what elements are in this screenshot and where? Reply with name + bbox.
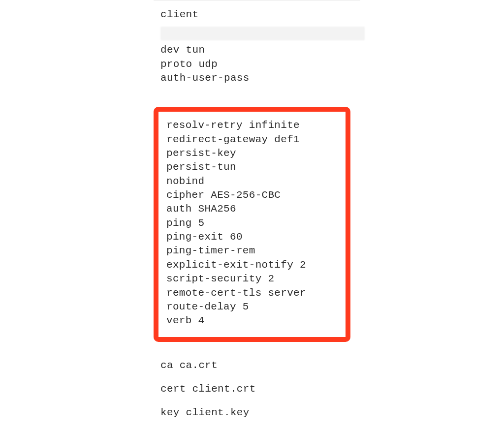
config-line-explicit-exit-notify: explicit-exit-notify 2 <box>166 258 338 272</box>
spacer <box>154 85 429 107</box>
config-line-cert: cert client.crt <box>160 382 429 396</box>
config-line-nobind: nobind <box>166 175 338 188</box>
config-line-script-security: script-security 2 <box>166 272 338 286</box>
config-line-key: key client.key <box>160 406 429 420</box>
config-line-auth-user-pass: auth-user-pass <box>160 71 429 85</box>
config-line-dev: dev tun <box>160 43 429 57</box>
config-line-ping: ping 5 <box>166 216 338 230</box>
redacted-block <box>160 27 365 40</box>
config-line-cipher: cipher AES-256-CBC <box>166 188 338 202</box>
config-header-block: client dev tun proto udp auth-user-pass <box>154 0 429 85</box>
config-line-persist-key: persist-key <box>166 147 338 160</box>
config-line-resolv-retry: resolv-retry infinite <box>166 119 338 132</box>
config-line-persist-tun: persist-tun <box>166 160 338 174</box>
certificates-block: ca ca.crt cert client.crt key client.key <box>154 342 429 420</box>
config-line-ca: ca ca.crt <box>160 359 429 372</box>
config-line-ping-timer-rem: ping-timer-rem <box>166 244 338 258</box>
config-line-client: client <box>160 8 429 22</box>
config-line-auth: auth SHA256 <box>166 202 338 216</box>
config-line-remote-cert-tls: remote-cert-tls server <box>166 286 338 300</box>
config-line-route-delay: route-delay 5 <box>166 300 338 314</box>
config-line-verb: verb 4 <box>166 314 338 328</box>
config-line-redirect-gateway: redirect-gateway def1 <box>166 133 338 147</box>
config-line-proto: proto udp <box>160 58 429 71</box>
config-page: client dev tun proto udp auth-user-pass … <box>154 0 429 430</box>
config-line-ping-exit: ping-exit 60 <box>166 230 338 244</box>
highlighted-config-block: resolv-retry infinite redirect-gateway d… <box>154 107 350 341</box>
